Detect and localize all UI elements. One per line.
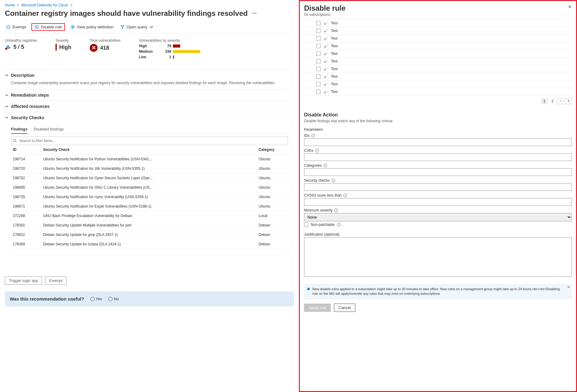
subscription-checkbox[interactable] [316, 21, 321, 25]
chevron-down-icon [5, 105, 9, 108]
trigger-logic-app-button[interactable]: Trigger logic app [5, 276, 42, 285]
search-input[interactable] [11, 137, 288, 145]
metric-total: Total vulnerabilities ✕418 [90, 38, 120, 60]
section-checks-header[interactable]: Security Checks [5, 112, 294, 123]
notice: i New disable rules applied to a subscri… [304, 284, 572, 299]
metric-vbs: Vulnerabilities by severity High79 Mediu… [139, 38, 203, 60]
subscription-row[interactable]: Test [304, 20, 572, 27]
exempt-button[interactable]: Exempt [5, 24, 27, 30]
col-id[interactable]: ID [11, 145, 41, 155]
justification-label: Justification (optional) [304, 232, 572, 237]
view-policy-button[interactable]: View policy definition [69, 24, 115, 30]
subscription-row[interactable]: Test [304, 50, 572, 58]
justification-field[interactable] [304, 237, 572, 277]
description-body: Container image vulnerability assessment… [5, 81, 294, 89]
apply-rule-button[interactable]: Apply rule [304, 304, 331, 312]
subscription-checkbox[interactable] [316, 29, 321, 33]
metric-unhealthy: Unhealthy registries 5 / 5 [5, 38, 37, 60]
chevron-up-icon [5, 73, 9, 77]
table-row[interactable]: 372268GNU Bash Privilege Escalation Vuln… [11, 211, 294, 221]
info-icon[interactable]: i [311, 134, 315, 137]
table-row[interactable]: 198702Ubuntu Security Notification for O… [11, 173, 294, 183]
notice-close-icon[interactable]: ✕ [567, 285, 570, 290]
table-row[interactable]: 198685Ubuntu Security Notification for G… [11, 183, 294, 192]
subscription-row[interactable]: Test [304, 80, 572, 88]
cvss-field[interactable] [304, 198, 572, 206]
subscription-checkbox[interactable] [316, 74, 321, 79]
registry-icon [5, 44, 11, 50]
subscription-checkbox[interactable] [316, 59, 321, 63]
subscription-checkbox[interactable] [316, 44, 321, 48]
feedback-yes[interactable]: Yes [90, 297, 102, 301]
feedback-no[interactable]: No [108, 297, 119, 301]
page-next[interactable] [565, 98, 572, 104]
subscription-row[interactable]: Test [304, 35, 572, 42]
table-row[interactable]: 178369Debian Security Update for tzdata … [11, 240, 294, 249]
categories-label: Categoriesi [304, 163, 572, 168]
subscription-row[interactable]: Test [304, 88, 572, 96]
info-icon[interactable]: i [324, 164, 327, 167]
open-query-button[interactable]: Open query [119, 24, 155, 30]
subscription-row[interactable]: Test [304, 42, 572, 50]
min-severity-select[interactable]: None [304, 213, 572, 221]
subscription-checkbox[interactable] [316, 36, 321, 41]
exempt-bottom-button[interactable]: Exempt [45, 276, 66, 285]
non-patchable-checkbox[interactable] [304, 223, 308, 227]
cves-field[interactable] [304, 153, 572, 161]
info-icon: i [307, 287, 310, 291]
tab-findings[interactable]: Findings [11, 125, 27, 134]
table-row[interactable]: 178391Debian Security Update Multiple Vu… [11, 221, 294, 230]
subscription-checkbox[interactable] [316, 82, 321, 86]
page-prev[interactable] [557, 98, 564, 104]
info-icon[interactable]: i [334, 208, 338, 212]
subscription-row[interactable]: Test [304, 73, 572, 80]
subscription-checkbox[interactable] [316, 52, 321, 56]
ids-label: IDsi [304, 134, 572, 138]
col-category[interactable]: Category [257, 145, 294, 155]
chevron-down-icon [149, 25, 154, 29]
pager: 1 2 [304, 98, 572, 104]
info-icon[interactable]: i [332, 179, 335, 182]
subscription-row[interactable]: Test [304, 58, 572, 65]
key-icon [324, 67, 328, 71]
subscription-checkbox[interactable] [316, 67, 321, 71]
svg-point-8 [13, 139, 16, 142]
info-icon[interactable]: i [343, 194, 347, 197]
bar-low-icon [173, 55, 174, 59]
section-affected-header[interactable]: Affected resources [5, 101, 294, 112]
key-icon [324, 82, 328, 86]
svg-text:i: i [308, 288, 309, 290]
section-remediation-header[interactable]: Remediation steps [5, 90, 294, 101]
page-1[interactable]: 1 [541, 98, 548, 104]
disable-rule-panel: Disable rule 54 subscriptions ✕ Test Tes… [299, 0, 577, 392]
panel-subtitle: 54 subscriptions [304, 12, 346, 17]
table-row[interactable]: 178922Debian Security Update for gmp (DL… [11, 230, 294, 240]
info-icon[interactable]: i [315, 149, 319, 152]
cves-label: CVEsi [304, 148, 572, 153]
cancel-button[interactable]: Cancel [334, 304, 355, 312]
severity-bar-icon [56, 44, 57, 51]
col-check[interactable]: Security Check [41, 145, 257, 155]
error-icon: ✕ [90, 44, 98, 52]
breadcrumb-home[interactable]: Home [5, 3, 15, 7]
info-icon[interactable]: i [337, 223, 341, 226]
policy-icon [70, 25, 75, 29]
close-icon[interactable]: ✕ [568, 4, 572, 19]
table-row[interactable]: 198671Ubuntu Security Notification for E… [11, 202, 294, 211]
checks-field[interactable] [304, 183, 572, 191]
disable-rule-button[interactable]: Disable rule [31, 23, 65, 31]
subscription-checkbox[interactable] [316, 90, 321, 94]
breadcrumb-mdc[interactable]: Microsoft Defender for Cloud [21, 3, 68, 7]
more-icon[interactable]: ··· [252, 10, 256, 17]
ids-field[interactable] [304, 138, 572, 146]
subscription-row[interactable]: Test [304, 65, 572, 73]
tab-disabled-findings[interactable]: Disabled findings [34, 125, 64, 134]
page-2[interactable]: 2 [549, 98, 556, 104]
table-row[interactable]: 198720Ubuntu Security Notification for z… [11, 164, 294, 173]
table-row[interactable]: 198714Ubuntu Security Notification for P… [11, 155, 294, 164]
bar-high-icon [173, 45, 180, 48]
table-row[interactable]: 198725Ubuntu Security Notification for r… [11, 192, 294, 202]
section-description-header[interactable]: Description [5, 70, 294, 81]
subscription-row[interactable]: Test [304, 27, 572, 35]
categories-field[interactable] [304, 168, 572, 176]
